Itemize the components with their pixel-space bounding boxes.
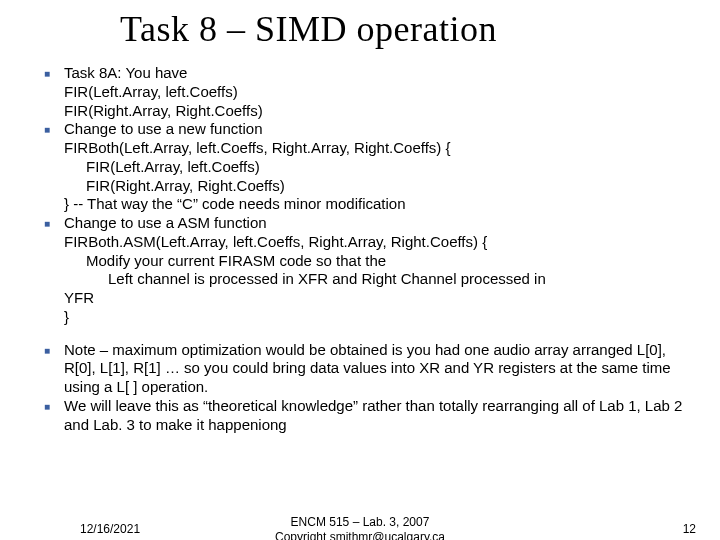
bullet-icon: ■ [30, 397, 64, 435]
line: FIR(Right.Array, Right.Coeffs) [64, 102, 690, 121]
footer-center: ENCM 515 – Lab. 3, 2007 Copyright smithm… [0, 515, 720, 540]
bullet-icon: ■ [30, 64, 64, 120]
footer-page-number: 12 [683, 522, 696, 536]
bullet-item: ■ We will leave this as “theoretical kno… [30, 397, 690, 435]
slide-title: Task 8 – SIMD operation [120, 8, 690, 50]
line: FIR(Left.Array, left.Coeffs) [64, 83, 690, 102]
line: Change to use a new function [64, 120, 690, 139]
line: Modify your current FIRASM code so that … [64, 252, 690, 271]
bullet-text: Task 8A: You have FIR(Left.Array, left.C… [64, 64, 690, 120]
bullet-icon: ■ [30, 341, 64, 397]
bullet-icon: ■ [30, 214, 64, 327]
line: Left channel is processed in XFR and Rig… [64, 270, 690, 289]
line: Task 8A: You have [64, 64, 690, 83]
footer-line: ENCM 515 – Lab. 3, 2007 [0, 515, 720, 529]
slide: Task 8 – SIMD operation ■ Task 8A: You h… [0, 8, 720, 540]
line: FIRBoth(Left.Array, left.Coeffs, Right.A… [64, 139, 690, 158]
slide-body: ■ Task 8A: You have FIR(Left.Array, left… [30, 64, 690, 434]
line: } -- That way the “C” code needs minor m… [64, 195, 690, 214]
line: FIR(Right.Array, Right.Coeffs) [64, 177, 690, 196]
bullet-icon: ■ [30, 120, 64, 214]
line: } [64, 308, 690, 327]
bullet-item: ■ Change to use a new function FIRBoth(L… [30, 120, 690, 214]
line: Change to use a ASM function [64, 214, 690, 233]
gap [30, 327, 690, 341]
bullet-item: ■ Note – maximum optimization would be o… [30, 341, 690, 397]
footer-line: Copyright smithmr@ucalgary.ca [0, 530, 720, 540]
bullet-text: Note – maximum optimization would be obt… [64, 341, 690, 397]
bullet-text: We will leave this as “theoretical knowl… [64, 397, 690, 435]
bullet-text: Change to use a new function FIRBoth(Lef… [64, 120, 690, 214]
bullet-item: ■ Change to use a ASM function FIRBoth.A… [30, 214, 690, 327]
line: YFR [64, 289, 690, 308]
bullet-text: Change to use a ASM function FIRBoth.ASM… [64, 214, 690, 327]
line: FIRBoth.ASM(Left.Array, left.Coeffs, Rig… [64, 233, 690, 252]
line: FIR(Left.Array, left.Coeffs) [64, 158, 690, 177]
bullet-item: ■ Task 8A: You have FIR(Left.Array, left… [30, 64, 690, 120]
